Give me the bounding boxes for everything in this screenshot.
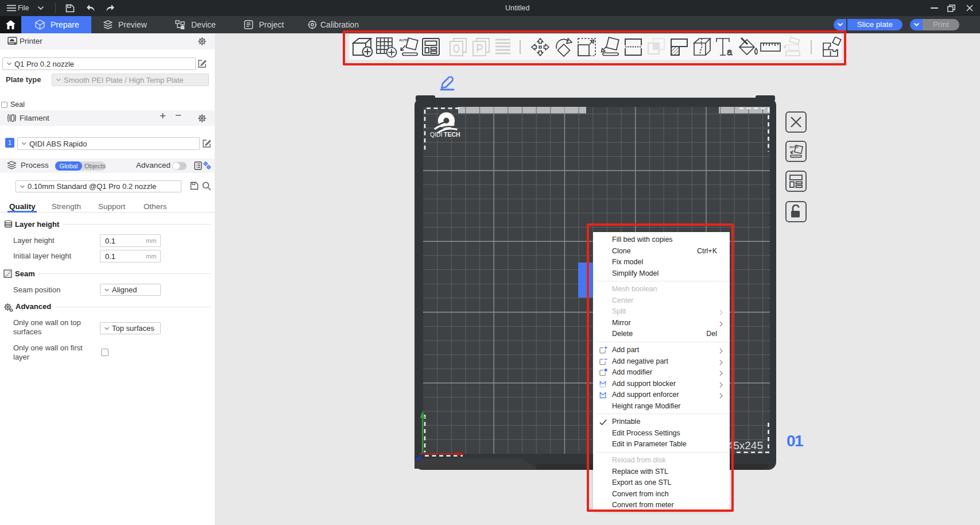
svg-text:AUTO: AUTO	[789, 145, 799, 149]
svg-text:TECH: TECH	[444, 131, 460, 138]
svg-text:QIDI: QIDI	[430, 131, 443, 138]
